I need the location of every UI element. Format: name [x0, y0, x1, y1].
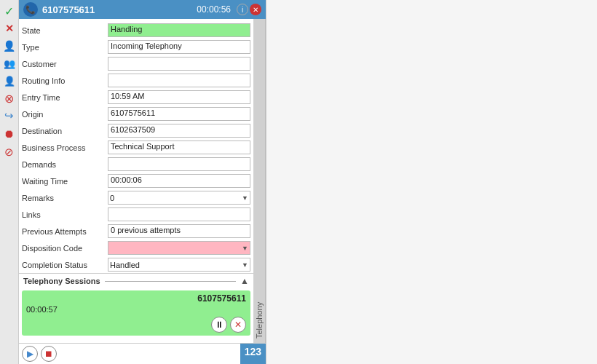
field-row: Customer — [19, 55, 253, 72]
field-value — [108, 207, 250, 221]
session-pause-button[interactable]: ⏸ — [211, 317, 227, 333]
field-value[interactable]: Technical Support — [108, 141, 250, 154]
field-row: Origin6107575611 — [19, 106, 253, 122]
user-icon[interactable]: 👤 — [1, 38, 17, 54]
field-label: Destination — [22, 127, 108, 135]
panel-bottom: ▶ ⏹ 123 — [19, 343, 266, 364]
field-label: Disposition Code — [22, 244, 108, 253]
field-select[interactable]: Handled▼ — [108, 258, 250, 272]
field-row: Entry Time10:59 AM — [19, 89, 253, 106]
sessions-collapse-arrow[interactable]: ▲ — [240, 276, 249, 286]
field-value[interactable]: 00:00:06 — [108, 174, 250, 188]
field-value[interactable]: 6107575611 — [108, 107, 250, 121]
pause-record-icon[interactable]: ⊘ — [1, 144, 17, 160]
field-label: Previous Attempts — [22, 227, 108, 236]
play-button[interactable]: ▶ — [22, 346, 38, 362]
x-icon[interactable]: ✕ — [1, 20, 17, 36]
field-select[interactable]: ▼ — [108, 241, 250, 255]
field-row: Waiting Time00:00:06 — [19, 173, 253, 189]
field-value[interactable]: 10:59 AM — [108, 90, 250, 104]
field-row: Demands — [19, 156, 253, 173]
field-row: Previous Attempts0 previous attempts — [19, 223, 253, 240]
field-row: Remarks0▼ — [19, 189, 253, 206]
bottom-counter: 123 — [240, 344, 266, 364]
main-panel: 📞 6107575611 00:00:56 i ✕ StateHandlingT… — [19, 0, 266, 364]
field-select[interactable]: 0▼ — [108, 191, 250, 205]
field-label: Completion Status — [22, 261, 108, 269]
field-label: Demands — [22, 160, 108, 169]
stop-button[interactable]: ⏹ — [41, 346, 57, 362]
field-value[interactable]: Incoming Telephony — [108, 40, 250, 54]
session-controls: ⏸ ✕ — [26, 317, 246, 333]
field-label: Remarks — [22, 194, 108, 202]
field-value — [108, 74, 250, 87]
telephony-label[interactable]: Telephony — [253, 19, 266, 343]
sessions-header: Telephony Sessions ▲ — [19, 274, 253, 288]
users-icon[interactable]: 👥 — [1, 55, 17, 71]
field-label: Routing Info — [22, 76, 108, 85]
field-label: Waiting Time — [22, 177, 108, 186]
sessions-title: Telephony Sessions — [23, 277, 100, 285]
panel-content: StateHandlingTypeIncoming TelephonyCusto… — [19, 19, 253, 343]
field-row: Links — [19, 206, 253, 223]
close-button[interactable]: ✕ — [250, 4, 261, 15]
field-row: Disposition Code▼ — [19, 240, 253, 256]
field-value[interactable]: 6102637509 — [108, 124, 250, 138]
session-timer: 00:00:57 — [26, 305, 246, 314]
field-label: Links — [22, 210, 108, 219]
user-clock-icon[interactable]: 👤 — [1, 73, 17, 89]
check-icon[interactable]: ✓ — [1, 3, 17, 19]
sessions-section: Telephony Sessions ▲ 6107575611 00:00:57… — [19, 273, 253, 336]
field-value — [108, 157, 250, 171]
session-number: 6107575611 — [26, 293, 246, 304]
field-label: Origin — [22, 110, 108, 119]
field-row: Completion StatusHandled▼ — [19, 256, 253, 273]
field-label: Customer — [22, 60, 108, 68]
field-label: Type — [22, 43, 108, 52]
right-area — [266, 0, 597, 364]
call-timer: 00:00:56 — [197, 4, 231, 15]
session-end-button[interactable]: ✕ — [230, 317, 246, 333]
field-label: Business Process — [22, 143, 108, 152]
field-row: Routing Info — [19, 72, 253, 89]
phone-number: 6107575611 — [42, 4, 197, 15]
field-row: StateHandling — [19, 22, 253, 39]
forward-icon[interactable]: ↪ — [1, 108, 17, 124]
play-btn-area: ▶ ⏹ — [19, 344, 60, 364]
info-button[interactable]: i — [237, 4, 248, 15]
field-value[interactable]: 0 previous attempts — [108, 224, 250, 238]
record-icon[interactable]: ⏺ — [1, 125, 17, 141]
icon-sidebar: ✓ ✕ 👤 👥 👤 ⊗ ↪ ⏺ ⊘ — [0, 0, 19, 364]
ban-icon[interactable]: ⊗ — [1, 90, 17, 106]
main-container: ✓ ✕ 👤 👥 👤 ⊗ ↪ ⏺ ⊘ 📞 6107575611 00:00:56 … — [0, 0, 597, 364]
field-value — [108, 57, 250, 71]
field-value[interactable]: Handling — [108, 23, 250, 37]
field-label: Entry Time — [22, 93, 108, 102]
phone-icon: 📞 — [23, 2, 38, 17]
panel-header: 📞 6107575611 00:00:56 i ✕ — [19, 0, 266, 19]
session-card: 6107575611 00:00:57 ⏸ ✕ — [22, 290, 250, 336]
field-label: State — [22, 26, 108, 35]
field-row: Business ProcessTechnical Support — [19, 139, 253, 156]
sessions-divider — [105, 281, 237, 282]
field-row: TypeIncoming Telephony — [19, 39, 253, 55]
field-row: Destination6102637509 — [19, 122, 253, 139]
